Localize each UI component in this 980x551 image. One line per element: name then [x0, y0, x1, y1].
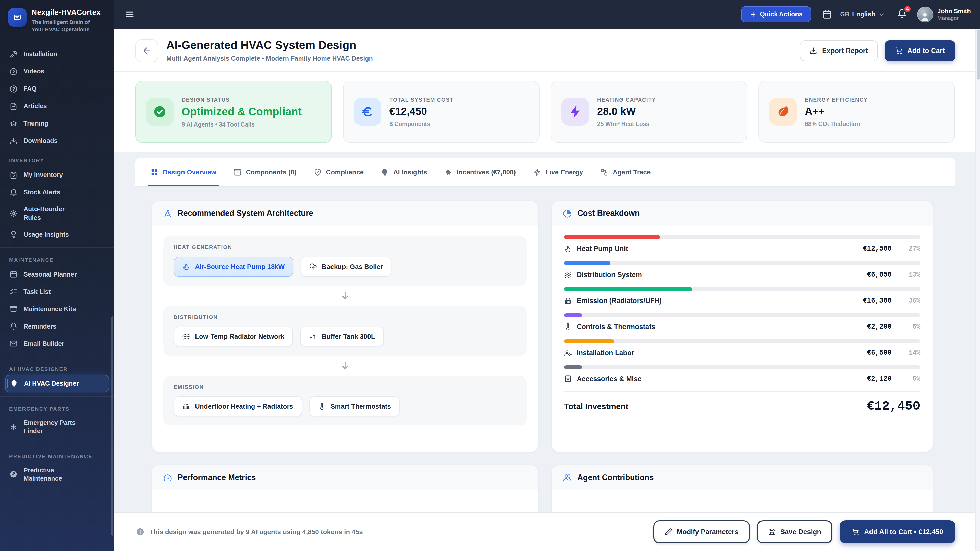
- quick-actions-button[interactable]: Quick Actions: [741, 6, 811, 22]
- sidebar-item-faq[interactable]: FAQ: [5, 80, 109, 98]
- page-scrollbar[interactable]: [975, 29, 980, 551]
- ai-head-icon: [381, 168, 389, 176]
- info-icon: [136, 527, 145, 536]
- language-code: GB: [840, 11, 850, 17]
- cost-row-labor: Installation Labor€6,50014%: [564, 339, 920, 357]
- cart-icon: [852, 528, 859, 536]
- sidebar-item-training[interactable]: Training: [5, 115, 109, 132]
- sidebar: Nexgile-HVACortex The Intelligent Brain …: [0, 0, 115, 551]
- arch-section-emission: EMISSION Underfloor Heating + Radiators …: [163, 376, 527, 426]
- users-icon: [563, 473, 572, 482]
- topbar: Quick Actions GB English 4 John Smith Ma…: [115, 0, 980, 29]
- section-title: INVENTORY: [5, 154, 109, 167]
- chip-backup-gas-boiler[interactable]: Backup: Gas Boiler: [301, 257, 392, 276]
- user-role: Manager: [937, 15, 971, 21]
- architecture-card-header: Recommended System Architecture: [152, 201, 538, 226]
- chip-buffer-tank[interactable]: Buffer Tank 300L: [301, 327, 384, 346]
- box-icon: [9, 305, 18, 313]
- scrollbar-thumb[interactable]: [977, 30, 980, 79]
- sidebar-item-email-builder[interactable]: Email Builder: [5, 335, 109, 353]
- compass-icon: [163, 209, 172, 218]
- sidebar-item-stock-alerts[interactable]: Stock Alerts: [5, 184, 109, 201]
- sidebar-item-reminders[interactable]: Reminders: [5, 318, 109, 335]
- sidebar-item-emergency-parts-finder[interactable]: Emergency Parts Finder: [5, 415, 109, 440]
- page-header: AI-Generated HVAC System Design Multi-Ag…: [115, 29, 980, 72]
- total-investment-row: Total Investment €12,450: [564, 399, 920, 414]
- avatar: [917, 6, 933, 22]
- graduation-cap-icon: [9, 120, 18, 127]
- progress-track: [564, 261, 920, 265]
- sidebar-item-videos[interactable]: Videos: [5, 63, 109, 80]
- check-circle-icon: [146, 98, 173, 125]
- tab-design-overview[interactable]: Design Overview: [151, 158, 216, 186]
- tab-components[interactable]: Components (8): [234, 158, 297, 186]
- lightbulb-icon: [9, 231, 18, 238]
- agent-contributions-header: Agent Contributions: [552, 465, 932, 490]
- euro-icon: [354, 98, 381, 125]
- brand-name: Nexgile-HVACortex: [32, 8, 101, 16]
- cost-row-emission: Emission (Radiators/UFH)€16,30036%: [564, 287, 920, 305]
- chip-air-source-heat-pump[interactable]: Air-Source Heat Pump 18kW: [173, 257, 293, 276]
- divider: [0, 40, 115, 41]
- radiator-icon: [564, 297, 572, 305]
- tab-compliance[interactable]: Compliance: [313, 158, 363, 186]
- progress-fill: [564, 235, 660, 239]
- language-selector[interactable]: GB English: [840, 11, 885, 18]
- sidebar-item-predictive-maintenance[interactable]: Predictive Maintenance: [5, 462, 109, 487]
- sidebar-item-seasonal-planner[interactable]: Seasonal Planner: [5, 266, 109, 283]
- sidebar-item-installation[interactable]: Installation: [5, 46, 109, 63]
- sidebar-item-maintenance-kits[interactable]: Maintenance Kits: [5, 300, 109, 318]
- modify-parameters-button[interactable]: Modify Parameters: [653, 520, 750, 543]
- bell-icon: [9, 189, 18, 197]
- progress-fill: [564, 313, 582, 318]
- chevron-down-icon: [878, 11, 885, 17]
- page-subtitle: Multi-Agent Analysis Complete • Modern F…: [166, 55, 373, 62]
- menu-icon[interactable]: [121, 6, 138, 22]
- user-menu[interactable]: John Smith Manager: [917, 6, 971, 22]
- action-footer: This design was generated by 9 AI agents…: [115, 512, 980, 551]
- calendar-icon[interactable]: [822, 10, 832, 19]
- user-silhouette-icon: [919, 11, 931, 22]
- user-name: John Smith: [937, 8, 971, 15]
- progress-fill: [564, 339, 614, 343]
- chip-low-temp-radiator-network[interactable]: Low-Temp Radiator Network: [173, 327, 293, 346]
- notifications-button[interactable]: 4: [897, 8, 907, 20]
- chip-underfloor-heating-radiators[interactable]: Underfloor Heating + Radiators: [173, 396, 302, 416]
- play-circle-icon: [9, 68, 18, 76]
- pie-chart-icon: [563, 209, 572, 218]
- radiator-icon: [182, 403, 190, 410]
- add-to-cart-button[interactable]: Add to Cart: [884, 40, 956, 61]
- chip-smart-thermostats[interactable]: Smart Thermostats: [309, 396, 400, 416]
- export-report-button[interactable]: Export Report: [800, 40, 878, 61]
- sidebar-item-my-inventory[interactable]: My Inventory: [5, 167, 109, 184]
- add-all-to-cart-button[interactable]: Add All to Cart • €12,450: [840, 520, 956, 543]
- tab-ai-insights[interactable]: AI Insights: [381, 158, 427, 186]
- sidebar-section-inventory: INVENTORY My Inventory Stock Alerts Auto…: [0, 153, 115, 246]
- progress-track: [564, 365, 920, 369]
- sidebar-scrollbar[interactable]: [111, 316, 113, 536]
- tab-incentives[interactable]: Incentives (€7,000): [445, 158, 516, 186]
- save-design-button[interactable]: Save Design: [757, 520, 832, 543]
- cost-row-accessories: Accessories & Misc€2,1205%: [564, 365, 920, 383]
- section-title: PREDICTIVE MAINTENANCE: [5, 449, 109, 462]
- tab-live-energy[interactable]: Live Energy: [533, 158, 583, 186]
- leaf-icon: [769, 98, 797, 125]
- sidebar-item-ai-hvac-designer[interactable]: AI HVAC Designer: [5, 375, 109, 392]
- back-button[interactable]: [135, 39, 158, 62]
- sidebar-item-downloads[interactable]: Downloads: [5, 132, 109, 150]
- divider: [564, 391, 920, 392]
- tab-agent-trace[interactable]: Agent Trace: [600, 158, 651, 186]
- sidebar-item-articles[interactable]: Articles: [5, 98, 109, 115]
- sidebar-item-usage-insights[interactable]: Usage Insights: [5, 226, 109, 243]
- cost-row-heat-pump: Heat Pump Unit€12,50027%: [564, 235, 920, 252]
- sidebar-item-auto-reorder-rules[interactable]: Auto-Reorder Rules: [5, 201, 109, 226]
- brand: Nexgile-HVACortex The Intelligent Brain …: [0, 0, 115, 39]
- performance-metrics-header: Performance Metrics: [152, 465, 538, 490]
- sidebar-item-task-list[interactable]: Task List: [5, 283, 109, 300]
- flame-icon: [564, 245, 572, 252]
- thermometer-icon: [318, 403, 325, 410]
- download-icon: [810, 47, 818, 54]
- cart-icon: [895, 47, 903, 54]
- stat-card-design-status: DESIGN STATUS Optimized & Compliant 9 AI…: [135, 81, 332, 143]
- plus-icon: [749, 11, 756, 17]
